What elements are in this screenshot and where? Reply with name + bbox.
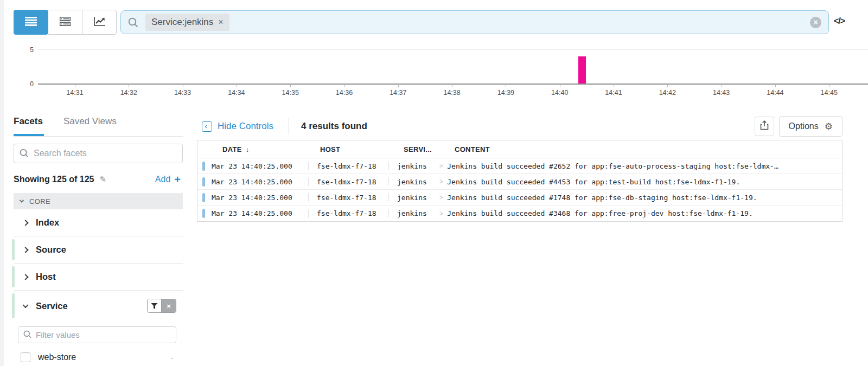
collapse-panel-icon[interactable] (202, 121, 212, 132)
x-tick-label: 14:38 (436, 89, 468, 97)
facet-group-label: CORE (29, 197, 50, 206)
facet-label: Source (36, 245, 66, 255)
facet-group-core[interactable]: CORE (14, 193, 183, 209)
column-header-date[interactable]: DATE ↓ (212, 145, 308, 153)
facet-item-index[interactable]: Index (14, 209, 183, 236)
facet-item-service[interactable]: Service× (14, 291, 183, 321)
facet-item-host[interactable]: Host (14, 264, 183, 291)
clear-filter-button[interactable]: × (162, 299, 176, 312)
log-level-indicator (202, 209, 205, 218)
log-row[interactable]: Mar 23 14:40:25.000fse-ldmx-f7-18jenkins… (197, 174, 842, 190)
x-tick (237, 85, 237, 87)
cell-host: fse-ldmx-f7-18 (308, 209, 388, 217)
value-checkbox[interactable] (21, 352, 30, 362)
log-level-indicator (202, 177, 205, 187)
y-tick-label-0: 0 (23, 80, 34, 88)
facet-sidebar: Facets Saved Views Showing 125 of 125 ✎ … (14, 115, 183, 362)
log-search-bar[interactable]: Service:jenkins × × (120, 10, 829, 34)
facet-value-item[interactable]: web-store- (14, 352, 183, 362)
facet-item-source[interactable]: Source (14, 236, 183, 264)
list-view-icon (25, 17, 37, 28)
log-explorer-page: Service:jenkins × × </> 5 0 14:3114:3214… (0, 0, 868, 366)
list-detail-view-button[interactable] (48, 10, 82, 35)
facet-label: Host (36, 272, 56, 282)
facet-list: IndexSourceHostService× (14, 209, 183, 321)
options-button[interactable]: Options ⚙ (779, 116, 843, 137)
search-filter-pill[interactable]: Service:jenkins × (145, 14, 229, 31)
add-facet-button[interactable]: Add + (155, 174, 183, 186)
column-header-host[interactable]: HOST (308, 145, 388, 153)
list-view-button[interactable] (14, 10, 48, 35)
filter-funnel-button[interactable] (148, 299, 162, 312)
log-row[interactable]: Mar 23 14:40:25.000fse-ldmx-f7-18jenkins… (197, 158, 842, 174)
tab-facets[interactable]: Facets (14, 115, 43, 136)
chevron-down-icon (22, 302, 28, 308)
cell-date: Mar 23 14:40:25.000 (212, 194, 308, 202)
table-body: Mar 23 14:40:25.000fse-ldmx-f7-18jenkins… (197, 158, 842, 221)
remove-filter-icon[interactable]: × (218, 17, 223, 27)
log-level-indicator (202, 162, 205, 171)
search-icon (128, 17, 138, 28)
log-row[interactable]: Mar 23 14:40:25.000fse-ldmx-f7-18jenkins… (197, 190, 842, 206)
log-count-bar[interactable] (578, 56, 586, 84)
log-message: Jenkins build succeeded #4453 for app:te… (447, 178, 740, 186)
chevron-right-icon (22, 274, 28, 280)
x-tick (75, 85, 75, 87)
gridline-y5 (38, 49, 868, 50)
view-toggle-group (14, 10, 117, 35)
facet-search-wrap (14, 144, 183, 163)
facet-count-label: Showing 125 of 125 (14, 175, 94, 184)
cell-date: Mar 23 14:40:25.000 (212, 162, 308, 170)
x-tick (129, 85, 129, 87)
column-header-service[interactable]: SERVI... (388, 145, 436, 153)
x-axis-line (38, 84, 868, 85)
export-button[interactable] (755, 117, 774, 136)
search-icon (23, 330, 31, 338)
sort-descending-icon: ↓ (246, 145, 250, 153)
log-message: Jenkins build succeeded #2652 for app:fs… (447, 162, 778, 170)
log-message: Jenkins build succeeded #3468 for app:fr… (447, 209, 753, 217)
x-tick-label: 14:44 (759, 89, 792, 97)
x-tick-label: 14:42 (651, 89, 684, 97)
search-facets-input[interactable] (14, 144, 183, 163)
x-tick-label: 14:34 (220, 89, 253, 97)
search-icon (20, 149, 29, 158)
hide-controls-link[interactable]: Hide Controls (218, 121, 273, 132)
cell-host: fse-ldmx-f7-18 (308, 194, 388, 202)
cell-service: jenkins (388, 209, 436, 217)
x-tick-label: 14:33 (167, 89, 199, 97)
cell-service: jenkins (388, 178, 436, 186)
cell-service: jenkins (388, 162, 436, 170)
clear-search-button[interactable]: × (810, 17, 821, 28)
x-tick-label: 14:32 (112, 89, 145, 97)
chevron-down-icon (20, 198, 24, 202)
x-tick-label: 14:36 (328, 89, 361, 97)
log-row[interactable]: Mar 23 14:40:25.000fse-ldmx-f7-18jenkins… (197, 206, 842, 221)
results-count: 4 results found (301, 121, 367, 132)
plus-icon: + (174, 174, 181, 186)
log-message: Jenkins build succeeded #1748 for app:fs… (447, 194, 757, 202)
filter-values-input[interactable] (18, 326, 176, 343)
facet-filter-controls: × (147, 299, 176, 313)
search-filter-pill-label: Service:jenkins (151, 17, 213, 28)
x-tick (506, 85, 506, 87)
x-tick-label: 14:40 (544, 89, 576, 97)
code-query-icon[interactable]: </> (834, 16, 845, 26)
cell-host: fse-ldmx-f7-18 (308, 178, 388, 186)
expand-log-icon: > (436, 194, 447, 201)
y-tick-label-5: 5 (23, 46, 34, 54)
x-tick (560, 85, 560, 87)
cell-service: jenkins (388, 194, 436, 202)
cell-date: Mar 23 14:40:25.000 (212, 209, 308, 217)
value-label: web-store (38, 352, 76, 362)
column-header-content[interactable]: CONTENT (436, 145, 842, 153)
x-tick (344, 85, 345, 87)
edit-facets-icon[interactable]: ✎ (99, 175, 106, 184)
expand-log-icon: > (436, 162, 447, 170)
cell-content: >Jenkins build succeeded #4453 for app:t… (436, 178, 842, 186)
chart-view-button[interactable] (82, 10, 117, 35)
x-tick (614, 85, 614, 87)
cell-content: >Jenkins build succeeded #3468 for app:f… (436, 209, 842, 217)
x-tick (722, 85, 722, 87)
tab-saved-views[interactable]: Saved Views (63, 115, 117, 136)
